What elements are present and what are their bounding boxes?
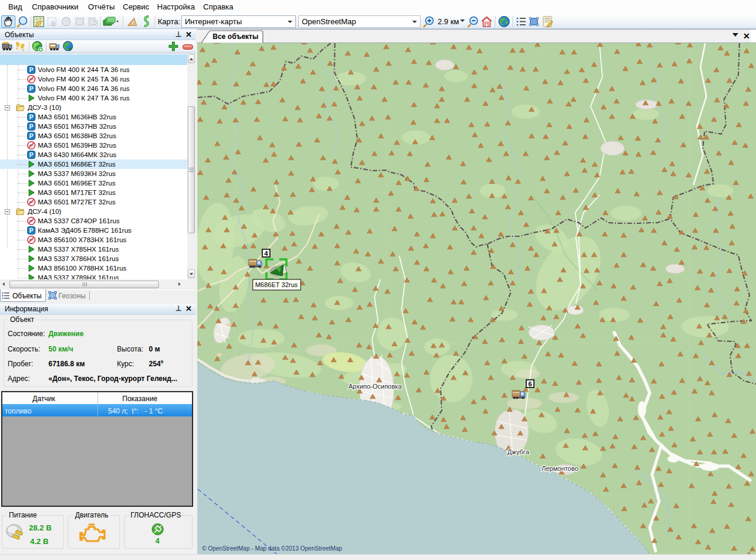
svg-text:6: 6 bbox=[528, 380, 532, 388]
svg-text:© OpenStreetMap - Map data ©20: © OpenStreetMap - Map data ©2013 OpenStr… bbox=[202, 545, 343, 552]
svg-text:Лермонтово: Лермонтово bbox=[542, 465, 578, 472]
svg-text:Джубга: Джубга bbox=[507, 448, 530, 455]
svg-text:М686ЕТ 32rus: М686ЕТ 32rus bbox=[255, 281, 298, 288]
svg-text:4: 4 bbox=[264, 250, 268, 257]
svg-text:Архипо-Осиповка: Архипо-Осиповка bbox=[348, 383, 402, 390]
